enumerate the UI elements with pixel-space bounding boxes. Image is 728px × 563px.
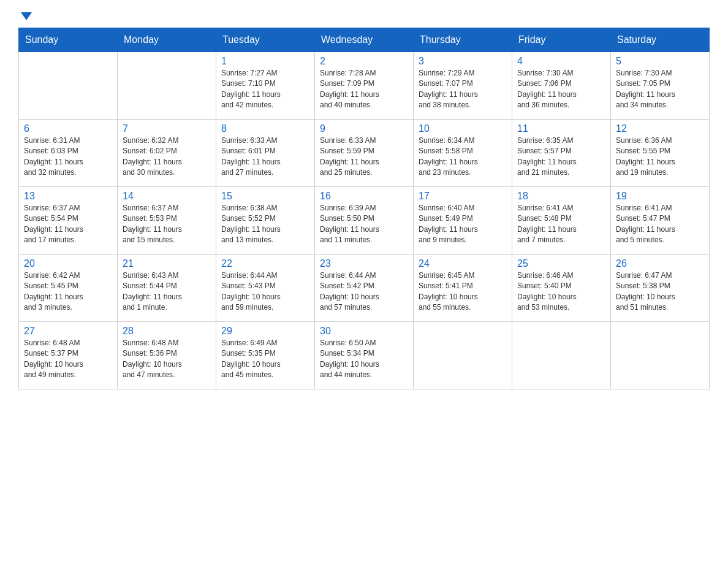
calendar-cell: 12Sunrise: 6:36 AM Sunset: 5:55 PM Dayli… [611,120,710,187]
day-number: 7 [123,123,211,134]
day-number: 12 [616,123,704,134]
day-info: Sunrise: 6:46 AM Sunset: 5:40 PM Dayligh… [517,270,605,313]
calendar-cell: 2Sunrise: 7:28 AM Sunset: 7:09 PM Daylig… [315,52,414,120]
calendar-cell: 5Sunrise: 7:30 AM Sunset: 7:05 PM Daylig… [611,52,710,120]
calendar-header-sunday: Sunday [19,28,118,52]
day-number: 25 [517,258,605,269]
day-number: 27 [24,326,112,337]
day-number: 18 [517,191,605,202]
calendar-week-row: 13Sunrise: 6:37 AM Sunset: 5:54 PM Dayli… [19,187,710,255]
day-number: 6 [24,123,112,134]
calendar-cell: 26Sunrise: 6:47 AM Sunset: 5:38 PM Dayli… [611,255,710,322]
calendar-cell: 20Sunrise: 6:42 AM Sunset: 5:45 PM Dayli… [19,255,118,322]
calendar-week-row: 27Sunrise: 6:48 AM Sunset: 5:37 PM Dayli… [19,322,710,389]
calendar-cell [414,322,512,389]
calendar-cell: 27Sunrise: 6:48 AM Sunset: 5:37 PM Dayli… [19,322,118,389]
day-info: Sunrise: 6:44 AM Sunset: 5:43 PM Dayligh… [221,270,309,313]
day-number: 24 [419,258,507,269]
calendar-cell: 30Sunrise: 6:50 AM Sunset: 5:34 PM Dayli… [315,322,414,389]
calendar-header-tuesday: Tuesday [216,28,315,52]
calendar-header-saturday: Saturday [611,28,710,52]
logo [18,12,32,21]
calendar-cell: 13Sunrise: 6:37 AM Sunset: 5:54 PM Dayli… [19,187,118,255]
calendar-cell: 16Sunrise: 6:39 AM Sunset: 5:50 PM Dayli… [315,187,414,255]
day-info: Sunrise: 7:27 AM Sunset: 7:10 PM Dayligh… [221,68,309,111]
day-number: 23 [320,258,408,269]
day-info: Sunrise: 7:29 AM Sunset: 7:07 PM Dayligh… [419,68,507,111]
day-number: 2 [320,56,408,67]
day-number: 28 [123,326,211,337]
day-info: Sunrise: 6:41 AM Sunset: 5:48 PM Dayligh… [517,203,605,246]
day-info: Sunrise: 6:48 AM Sunset: 5:37 PM Dayligh… [24,338,112,381]
day-info: Sunrise: 6:37 AM Sunset: 5:53 PM Dayligh… [123,203,211,246]
day-info: Sunrise: 7:30 AM Sunset: 7:06 PM Dayligh… [517,68,605,111]
day-info: Sunrise: 6:32 AM Sunset: 6:02 PM Dayligh… [123,136,211,178]
day-info: Sunrise: 6:38 AM Sunset: 5:52 PM Dayligh… [221,203,309,246]
day-info: Sunrise: 6:37 AM Sunset: 5:54 PM Dayligh… [24,203,112,246]
calendar-cell: 15Sunrise: 6:38 AM Sunset: 5:52 PM Dayli… [216,187,315,255]
day-number: 4 [517,56,605,67]
calendar-header-row: SundayMondayTuesdayWednesdayThursdayFrid… [19,28,710,52]
header [18,12,710,21]
day-number: 20 [24,258,112,269]
calendar: SundayMondayTuesdayWednesdayThursdayFrid… [18,28,710,389]
calendar-cell: 14Sunrise: 6:37 AM Sunset: 5:53 PM Dayli… [118,187,216,255]
day-number: 30 [320,326,408,337]
calendar-week-row: 20Sunrise: 6:42 AM Sunset: 5:45 PM Dayli… [19,255,710,322]
calendar-cell: 18Sunrise: 6:41 AM Sunset: 5:48 PM Dayli… [512,187,611,255]
day-info: Sunrise: 6:33 AM Sunset: 5:59 PM Dayligh… [320,136,408,178]
calendar-cell: 7Sunrise: 6:32 AM Sunset: 6:02 PM Daylig… [118,120,216,187]
calendar-cell: 28Sunrise: 6:48 AM Sunset: 5:36 PM Dayli… [118,322,216,389]
day-info: Sunrise: 6:35 AM Sunset: 5:57 PM Dayligh… [517,136,605,178]
calendar-week-row: 1Sunrise: 7:27 AM Sunset: 7:10 PM Daylig… [19,52,710,120]
calendar-cell: 29Sunrise: 6:49 AM Sunset: 5:35 PM Dayli… [216,322,315,389]
calendar-cell: 25Sunrise: 6:46 AM Sunset: 5:40 PM Dayli… [512,255,611,322]
day-info: Sunrise: 6:49 AM Sunset: 5:35 PM Dayligh… [221,338,309,381]
day-number: 17 [419,191,507,202]
day-number: 14 [123,191,211,202]
calendar-cell: 1Sunrise: 7:27 AM Sunset: 7:10 PM Daylig… [216,52,315,120]
calendar-cell: 8Sunrise: 6:33 AM Sunset: 6:01 PM Daylig… [216,120,315,187]
day-info: Sunrise: 6:33 AM Sunset: 6:01 PM Dayligh… [221,136,309,178]
day-info: Sunrise: 6:45 AM Sunset: 5:41 PM Dayligh… [419,270,507,313]
day-number: 11 [517,123,605,134]
day-info: Sunrise: 6:50 AM Sunset: 5:34 PM Dayligh… [320,338,408,381]
calendar-cell: 3Sunrise: 7:29 AM Sunset: 7:07 PM Daylig… [414,52,512,120]
calendar-cell: 11Sunrise: 6:35 AM Sunset: 5:57 PM Dayli… [512,120,611,187]
calendar-cell: 22Sunrise: 6:44 AM Sunset: 5:43 PM Dayli… [216,255,315,322]
day-number: 22 [221,258,309,269]
logo-arrow-icon [21,12,32,20]
day-number: 9 [320,123,408,134]
calendar-cell [19,52,118,120]
calendar-cell: 23Sunrise: 6:44 AM Sunset: 5:42 PM Dayli… [315,255,414,322]
calendar-cell: 21Sunrise: 6:43 AM Sunset: 5:44 PM Dayli… [118,255,216,322]
day-info: Sunrise: 6:47 AM Sunset: 5:38 PM Dayligh… [616,270,704,313]
day-number: 1 [221,56,309,67]
day-info: Sunrise: 6:44 AM Sunset: 5:42 PM Dayligh… [320,270,408,313]
day-info: Sunrise: 6:34 AM Sunset: 5:58 PM Dayligh… [419,136,507,178]
calendar-week-row: 6Sunrise: 6:31 AM Sunset: 6:03 PM Daylig… [19,120,710,187]
day-number: 19 [616,191,704,202]
calendar-cell: 24Sunrise: 6:45 AM Sunset: 5:41 PM Dayli… [414,255,512,322]
day-info: Sunrise: 7:30 AM Sunset: 7:05 PM Dayligh… [616,68,704,111]
day-number: 3 [419,56,507,67]
day-info: Sunrise: 6:41 AM Sunset: 5:47 PM Dayligh… [616,203,704,246]
calendar-header-wednesday: Wednesday [315,28,414,52]
calendar-cell: 19Sunrise: 6:41 AM Sunset: 5:47 PM Dayli… [611,187,710,255]
day-number: 26 [616,258,704,269]
day-info: Sunrise: 6:43 AM Sunset: 5:44 PM Dayligh… [123,270,211,313]
day-number: 13 [24,191,112,202]
day-number: 15 [221,191,309,202]
day-number: 16 [320,191,408,202]
day-number: 29 [221,326,309,337]
calendar-header-friday: Friday [512,28,611,52]
calendar-cell: 6Sunrise: 6:31 AM Sunset: 6:03 PM Daylig… [19,120,118,187]
day-info: Sunrise: 6:42 AM Sunset: 5:45 PM Dayligh… [24,270,112,313]
day-info: Sunrise: 6:36 AM Sunset: 5:55 PM Dayligh… [616,136,704,178]
day-info: Sunrise: 6:40 AM Sunset: 5:49 PM Dayligh… [419,203,507,246]
calendar-cell: 4Sunrise: 7:30 AM Sunset: 7:06 PM Daylig… [512,52,611,120]
calendar-header-monday: Monday [118,28,216,52]
day-info: Sunrise: 6:39 AM Sunset: 5:50 PM Dayligh… [320,203,408,246]
day-info: Sunrise: 6:31 AM Sunset: 6:03 PM Dayligh… [24,136,112,178]
calendar-header-thursday: Thursday [414,28,512,52]
